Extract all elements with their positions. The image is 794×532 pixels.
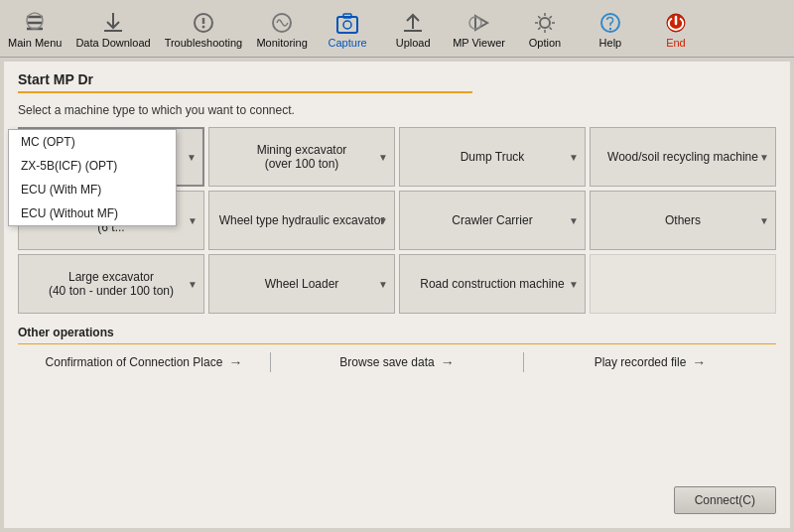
toolbar: Main Menu Data Download Troubleshooting bbox=[0, 0, 794, 58]
other-ops-confirmation[interactable]: Confirmation of Connection Place → bbox=[18, 354, 270, 370]
machine-cell-wheel-loader[interactable]: Wheel Loader ▼ bbox=[208, 254, 395, 314]
toolbar-option-label: Option bbox=[529, 37, 561, 49]
other-ops-play-recorded[interactable]: Play recorded file → bbox=[524, 354, 776, 370]
machine-label-wood-soil: Wood/soil recycling machine bbox=[607, 150, 758, 164]
title-underline bbox=[18, 91, 776, 93]
troubleshooting-icon bbox=[190, 9, 217, 37]
svg-rect-5 bbox=[337, 17, 357, 33]
toolbar-upload[interactable]: Upload bbox=[387, 9, 439, 49]
toolbar-capture[interactable]: Capture bbox=[322, 9, 373, 49]
help-icon bbox=[596, 9, 624, 37]
upload-icon bbox=[399, 9, 427, 37]
browse-save-label: Browse save data bbox=[339, 355, 434, 369]
other-ops-title: Other operations bbox=[18, 326, 776, 339]
main-menu-icon bbox=[21, 9, 49, 37]
dump-truck-arrow: ▼ bbox=[569, 152, 579, 163]
wood-soil-arrow: ▼ bbox=[759, 152, 769, 163]
mp-viewer-icon bbox=[465, 9, 493, 37]
mini-excavator-arrow: ▼ bbox=[187, 152, 197, 163]
large-excavator-arrow: ▼ bbox=[188, 279, 198, 290]
play-recorded-arrow: → bbox=[692, 354, 706, 370]
machine-cell-wood-soil[interactable]: Wood/soil recycling machine ▼ bbox=[590, 127, 776, 187]
toolbar-end-label: End bbox=[666, 37, 686, 49]
toolbar-main-menu[interactable]: Main Menu bbox=[8, 9, 62, 49]
dropdown-item-zx5b[interactable]: ZX-5B(ICF) (OPT) bbox=[9, 154, 176, 178]
monitoring-icon bbox=[268, 9, 296, 37]
machine-label-dump-truck: Dump Truck bbox=[461, 150, 525, 164]
toolbar-troubleshooting-label: Troubleshooting bbox=[165, 37, 242, 49]
svg-point-0 bbox=[27, 13, 43, 29]
machine-label-crawler-carrier: Crawler Carrier bbox=[452, 213, 532, 227]
toolbar-mp-viewer[interactable]: MP Viewer bbox=[453, 9, 505, 49]
connect-btn-area: Connect(C) bbox=[674, 486, 776, 514]
machine-label-road-construction: Road construction machine bbox=[420, 277, 564, 291]
machine-label-mining-excavator: Mining excavator(over 100 ton) bbox=[257, 143, 347, 171]
machine-cell-crawler-carrier[interactable]: Crawler Carrier ▼ bbox=[399, 191, 586, 250]
dropdown-item-ecu-without-mf[interactable]: ECU (Without MF) bbox=[9, 201, 176, 225]
end-icon bbox=[662, 9, 690, 37]
svg-point-12 bbox=[609, 27, 611, 29]
instruction: Select a machine type to which you want … bbox=[18, 103, 776, 117]
toolbar-data-download-label: Data Download bbox=[75, 37, 150, 49]
confirmation-arrow: → bbox=[228, 354, 242, 370]
machine-cell-others[interactable]: Others ▼ bbox=[590, 191, 776, 250]
svg-point-10 bbox=[540, 18, 550, 28]
machine-cell-mining-excavator[interactable]: Mining excavator(over 100 ton) ▼ bbox=[208, 127, 395, 187]
connect-button[interactable]: Connect(C) bbox=[674, 486, 776, 514]
toolbar-data-download[interactable]: Data Download bbox=[75, 9, 150, 49]
other-ops-section: Other operations Confirmation of Connect… bbox=[18, 326, 776, 372]
dropdown-item-mc-opt[interactable]: MC (OPT) bbox=[9, 130, 176, 154]
dropdown-item-ecu-with-mf[interactable]: ECU (With MF) bbox=[9, 178, 176, 201]
svg-point-6 bbox=[343, 21, 351, 29]
main-content: Start MP Dr Select a machine type to whi… bbox=[4, 62, 790, 528]
other-ops-underline bbox=[18, 343, 776, 344]
road-construction-arrow: ▼ bbox=[569, 279, 579, 290]
other-ops-browse-save[interactable]: Browse save data → bbox=[271, 354, 523, 370]
mining-excavator-arrow: ▼ bbox=[378, 152, 388, 163]
option-icon bbox=[531, 9, 559, 37]
toolbar-help[interactable]: Help bbox=[585, 9, 636, 49]
machine-cell-empty bbox=[590, 254, 776, 314]
toolbar-help-label: Help bbox=[599, 37, 622, 49]
dropdown-menu: MC (OPT) ZX-5B(ICF) (OPT) ECU (With MF) … bbox=[8, 129, 177, 226]
wheel-hydraulic-arrow: ▼ bbox=[378, 215, 388, 226]
machine-cell-wheel-hydraulic[interactable]: Wheel type hydraulic excavator ▼ bbox=[208, 191, 395, 250]
machine-label-others: Others bbox=[665, 213, 701, 227]
svg-point-3 bbox=[201, 25, 204, 28]
toolbar-end[interactable]: End bbox=[650, 9, 702, 49]
wheel-loader-arrow: ▼ bbox=[378, 279, 388, 290]
page-title: Start MP Dr bbox=[18, 71, 776, 87]
toolbar-monitoring-label: Monitoring bbox=[256, 37, 307, 49]
capture-icon bbox=[333, 9, 361, 37]
play-recorded-label: Play recorded file bbox=[595, 355, 687, 369]
others-arrow: ▼ bbox=[759, 215, 769, 226]
confirmation-label: Confirmation of Connection Place bbox=[46, 355, 223, 369]
browse-save-arrow: → bbox=[441, 354, 455, 370]
machine-label-large-excavator: Large excavator(40 ton - under 100 ton) bbox=[49, 270, 174, 298]
toolbar-monitoring[interactable]: Monitoring bbox=[256, 9, 308, 49]
hy-small-arrow: ▼ bbox=[188, 215, 198, 226]
other-ops-row: Confirmation of Connection Place → Brows… bbox=[18, 352, 776, 372]
machine-cell-dump-truck[interactable]: Dump Truck ▼ bbox=[399, 127, 586, 187]
toolbar-option[interactable]: Option bbox=[519, 9, 571, 49]
machine-label-wheel-loader: Wheel Loader bbox=[265, 277, 339, 291]
toolbar-troubleshooting[interactable]: Troubleshooting bbox=[165, 9, 242, 49]
machine-label-wheel-hydraulic: Wheel type hydraulic excavator bbox=[219, 213, 385, 227]
toolbar-main-menu-label: Main Menu bbox=[8, 37, 62, 49]
data-download-icon bbox=[99, 9, 127, 37]
toolbar-upload-label: Upload bbox=[396, 37, 431, 49]
machine-cell-large-excavator[interactable]: Large excavator(40 ton - under 100 ton) … bbox=[18, 254, 204, 314]
toolbar-mp-viewer-label: MP Viewer bbox=[453, 37, 505, 49]
machine-cell-road-construction[interactable]: Road construction machine ▼ bbox=[399, 254, 586, 314]
crawler-carrier-arrow: ▼ bbox=[569, 215, 579, 226]
toolbar-capture-label: Capture bbox=[329, 37, 367, 49]
